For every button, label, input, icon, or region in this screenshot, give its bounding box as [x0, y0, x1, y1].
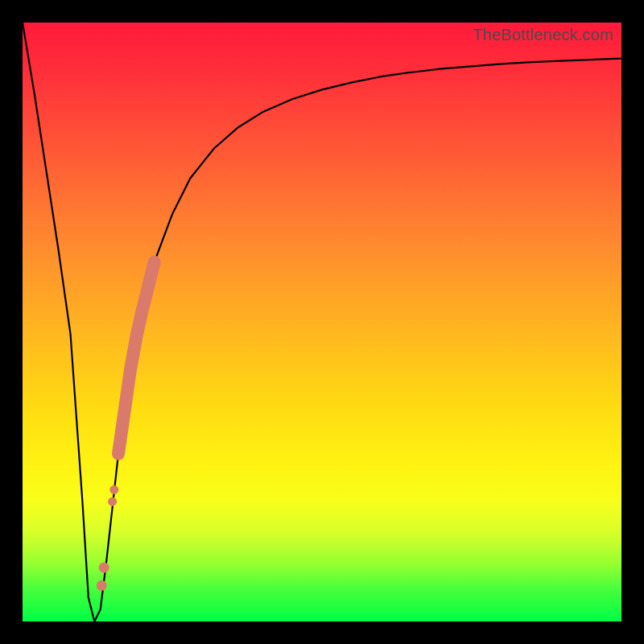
chart-container: TheBottleneck.com: [0, 0, 644, 644]
highlight-points: [97, 262, 155, 591]
highlight-thick-segment: [118, 262, 155, 454]
highlight-dot: [108, 497, 117, 506]
bottleneck-curve: [23, 23, 621, 621]
highlight-dot: [99, 563, 109, 573]
curve-layer: [23, 23, 621, 621]
highlight-dot: [97, 580, 107, 591]
plot-area: TheBottleneck.com: [23, 23, 621, 621]
highlight-dot: [109, 485, 118, 494]
